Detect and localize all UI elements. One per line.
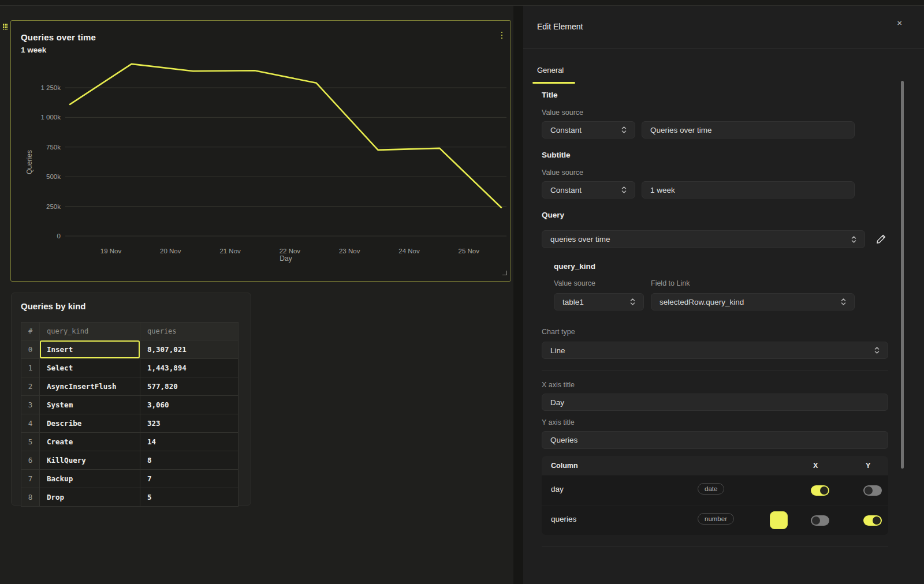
query-kind-cell[interactable]: Drop bbox=[40, 488, 140, 507]
chevron-updown-icon bbox=[841, 298, 846, 306]
query-kind-source-value: table1 bbox=[562, 298, 584, 306]
query-kind-heading: query_kind bbox=[554, 262, 595, 271]
table-row[interactable]: 2AsyncInsertFlush577,820 bbox=[21, 377, 239, 396]
y-tick-label: 1 000k bbox=[40, 114, 61, 121]
query-kind-cell[interactable]: AsyncInsertFlush bbox=[40, 377, 140, 396]
query-kind-cell[interactable]: KillQuery bbox=[40, 451, 140, 470]
queries-cell[interactable]: 3,060 bbox=[140, 396, 239, 414]
table-row[interactable]: 3System3,060 bbox=[21, 396, 239, 414]
queries-cell[interactable]: 5 bbox=[140, 488, 239, 507]
row-index-cell: 7 bbox=[21, 470, 40, 488]
edit-pencil-icon[interactable] bbox=[875, 233, 887, 245]
query-select[interactable]: queries over time bbox=[542, 230, 865, 248]
y-axis-title-input[interactable]: Queries bbox=[542, 431, 888, 449]
row-index-cell: 4 bbox=[21, 414, 40, 433]
query-kind-cell[interactable]: Backup bbox=[40, 470, 140, 488]
x-axis-toggle[interactable] bbox=[811, 515, 829, 526]
column-config-row: daydate bbox=[542, 476, 888, 505]
chart-line-series bbox=[70, 64, 501, 208]
y-axis-title: Queries bbox=[25, 150, 33, 174]
chart-type-select[interactable]: Line bbox=[542, 342, 888, 359]
subtitle-source-select[interactable]: Constant bbox=[542, 181, 635, 199]
query-kind-cell[interactable]: Create bbox=[40, 433, 140, 451]
x-header-label: X bbox=[813, 462, 818, 470]
row-index-cell: 0 bbox=[21, 340, 40, 359]
subtitle-value-source-label: Value source bbox=[542, 169, 583, 177]
y-axis-toggle[interactable] bbox=[863, 485, 882, 496]
queries-cell[interactable]: 1,443,894 bbox=[140, 359, 239, 377]
query-kind-cell[interactable]: System bbox=[40, 396, 140, 414]
queries-cell[interactable]: 577,820 bbox=[140, 377, 239, 396]
subtitle-source-value: Constant bbox=[550, 186, 582, 194]
col-header-queries: queries bbox=[140, 323, 239, 340]
column-config-row: queriesnumber bbox=[542, 506, 888, 535]
chart-type-label: Chart type bbox=[542, 328, 575, 336]
chart-type-value: Line bbox=[550, 346, 565, 355]
table-row[interactable]: 5Create14 bbox=[21, 433, 239, 451]
y-axis-title-value: Queries bbox=[550, 436, 578, 444]
chevron-updown-icon bbox=[621, 186, 627, 194]
field-to-link-select[interactable]: selectedRow.query_kind bbox=[651, 293, 855, 310]
series-color-swatch[interactable] bbox=[770, 511, 788, 529]
panel-title: Edit Element bbox=[537, 22, 583, 31]
line-chart: 1 250k1 000k750k500k250k019 Nov20 Nov21 … bbox=[11, 21, 510, 278]
chevron-updown-icon bbox=[874, 346, 880, 354]
panel-scrollbar[interactable] bbox=[901, 81, 904, 469]
x-tick-label: 19 Nov bbox=[100, 248, 122, 254]
subtitle-section-heading: Subtitle bbox=[542, 151, 571, 159]
table-row[interactable]: 0Insert8,307,021 bbox=[21, 340, 239, 359]
x-axis-toggle[interactable] bbox=[811, 485, 829, 496]
drag-handle-icon[interactable] bbox=[3, 24, 8, 31]
title-source-select[interactable]: Constant bbox=[542, 121, 635, 138]
column-type-badge: number bbox=[698, 513, 734, 525]
title-value-input[interactable]: Queries over time bbox=[642, 121, 855, 138]
row-index-cell: 6 bbox=[21, 451, 40, 470]
section-divider bbox=[542, 370, 888, 371]
x-axis-title-value: Day bbox=[550, 398, 564, 407]
table-row[interactable]: 6KillQuery8 bbox=[21, 451, 239, 470]
row-index-cell: 8 bbox=[21, 488, 40, 507]
query-kind-cell[interactable]: Select bbox=[40, 359, 140, 377]
queries-by-kind-card: Queries by kind # query_kind queries 0In… bbox=[11, 293, 251, 506]
toggle-knob bbox=[865, 486, 873, 495]
query-kind-cell[interactable]: Insert bbox=[40, 340, 140, 359]
x-axis-title-label: X axis title bbox=[542, 381, 575, 389]
chevron-updown-icon bbox=[851, 235, 856, 244]
row-index-cell: 5 bbox=[21, 433, 40, 451]
table-row[interactable]: 4Describe323 bbox=[21, 414, 239, 433]
tab-general[interactable]: General bbox=[532, 62, 568, 81]
dashboard-canvas: Queries over time 1 week 1 250k1 000k750… bbox=[0, 6, 513, 584]
y-axis-toggle[interactable] bbox=[863, 515, 882, 526]
y-tick-label: 500k bbox=[46, 173, 61, 180]
column-config-header: Column X Y bbox=[542, 456, 888, 475]
resize-corner-icon[interactable] bbox=[502, 271, 507, 275]
query-kind-source-select[interactable]: table1 bbox=[554, 293, 644, 310]
field-to-link-value: selectedRow.query_kind bbox=[660, 298, 744, 306]
table-row[interactable]: 1Select1,443,894 bbox=[21, 359, 239, 377]
x-tick-label: 21 Nov bbox=[219, 248, 241, 254]
edit-element-panel: Edit Element × General Title Value sourc… bbox=[523, 6, 924, 584]
field-to-link-label: Field to Link bbox=[651, 279, 690, 287]
subtitle-value-input[interactable]: 1 week bbox=[642, 181, 855, 199]
table-header-row: # query_kind queries bbox=[21, 323, 239, 340]
table-row[interactable]: 7Backup7 bbox=[21, 470, 239, 488]
toggle-knob bbox=[812, 516, 820, 525]
x-tick-label: 23 Nov bbox=[339, 248, 360, 254]
chart-card-queries-over-time[interactable]: Queries over time 1 week 1 250k1 000k750… bbox=[10, 20, 511, 282]
queries-cell[interactable]: 323 bbox=[140, 414, 239, 433]
queries-cell[interactable]: 7 bbox=[140, 470, 239, 488]
window-top-strip bbox=[0, 0, 924, 6]
query-kind-cell[interactable]: Describe bbox=[40, 414, 140, 433]
title-section-heading: Title bbox=[542, 91, 558, 99]
toggle-knob bbox=[820, 486, 828, 495]
queries-cell[interactable]: 8,307,021 bbox=[140, 340, 239, 359]
section-divider bbox=[542, 546, 888, 547]
table-row[interactable]: 8Drop5 bbox=[21, 488, 239, 507]
close-icon[interactable]: × bbox=[897, 18, 902, 27]
queries-cell[interactable]: 14 bbox=[140, 433, 239, 451]
queries-cell[interactable]: 8 bbox=[140, 451, 239, 470]
x-tick-label: 25 Nov bbox=[459, 248, 480, 254]
x-tick-label: 20 Nov bbox=[160, 248, 181, 254]
x-axis-title-input[interactable]: Day bbox=[542, 394, 888, 411]
chevron-updown-icon bbox=[621, 126, 627, 134]
